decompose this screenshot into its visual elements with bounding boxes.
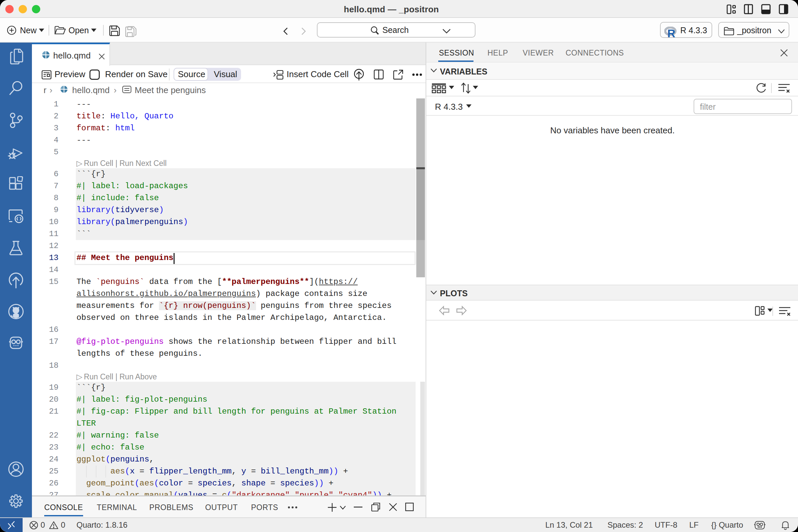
svg-text:R: R [667,27,675,39]
